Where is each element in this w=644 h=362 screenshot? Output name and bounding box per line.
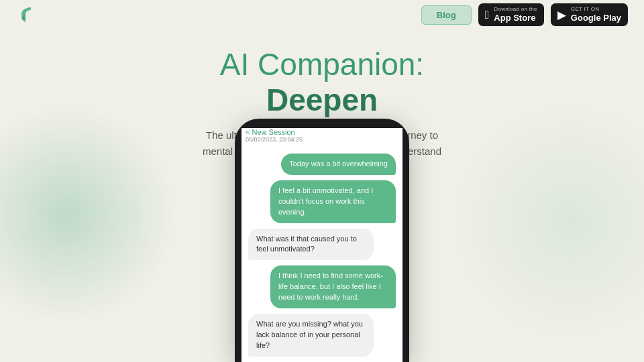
googleplay-badge[interactable]: ▶ GET IT ON Google Play xyxy=(551,3,628,26)
googleplay-big-label: Google Play xyxy=(571,13,621,23)
chat-bubble-2: What was it that caused you to feel unmo… xyxy=(248,229,374,261)
googleplay-icon: ▶ xyxy=(557,8,566,22)
phone-back-row: < New Session 05/02/2023, 23:04:25 xyxy=(246,128,303,143)
blog-button[interactable]: Blog xyxy=(421,5,472,25)
headline-line1: AI Companion: xyxy=(220,47,424,82)
logo-icon xyxy=(16,5,36,25)
phone-chat-area: Today was a bit overwhelming I feel a bi… xyxy=(241,148,402,362)
phone-container: < New Session 05/02/2023, 23:04:25 Today… xyxy=(235,119,409,362)
phone-header: < New Session 05/02/2023, 23:04:25 xyxy=(241,128,402,148)
appstore-big-label: App Store xyxy=(494,13,537,23)
googleplay-text: GET IT ON Google Play xyxy=(571,6,621,23)
phone-back-button[interactable]: < New Session xyxy=(246,128,303,136)
phone-session-date: 05/02/2023, 23:04:25 xyxy=(246,136,303,143)
nav-right: Blog  Download on the App Store ▶ GET I… xyxy=(421,3,628,26)
appstore-badge[interactable]:  Download on the App Store xyxy=(478,3,544,26)
chat-bubble-0: Today was a bit overwhelming xyxy=(281,154,396,175)
apple-icon:  xyxy=(485,8,490,22)
phone-frame: < New Session 05/02/2023, 23:04:25 Today… xyxy=(235,119,409,362)
header: Blog  Download on the App Store ▶ GET I… xyxy=(0,0,644,29)
headline: AI Companion: Deepen xyxy=(220,47,424,118)
chat-bubble-4: What are you missing? what you lack bala… xyxy=(248,314,374,357)
chat-bubble-3: I think I need to find some work-life ba… xyxy=(270,265,396,308)
googleplay-small-label: GET IT ON xyxy=(571,6,621,13)
chat-bubble-1: I feel a bit unmotivated, and I couldn't… xyxy=(270,180,396,223)
appstore-small-label: Download on the xyxy=(494,6,537,13)
logo xyxy=(16,5,36,25)
appstore-text: Download on the App Store xyxy=(494,6,537,23)
headline-line2: Deepen xyxy=(220,82,424,118)
main-content: AI Companion: Deepen The ultimate self-c… xyxy=(0,0,644,362)
